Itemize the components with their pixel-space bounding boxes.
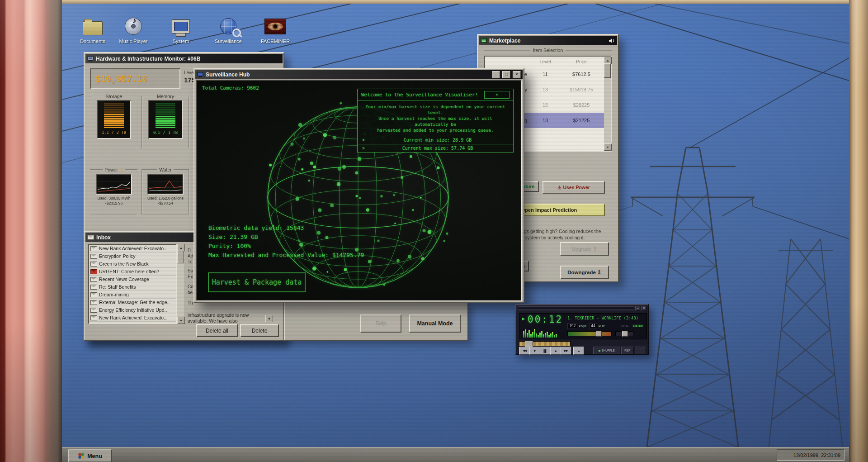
dialog-close-button[interactable]: ×	[484, 91, 509, 99]
close-icon[interactable]: ×	[513, 71, 521, 78]
reading-pane: Fr Ad To Su Ex Co be Th	[188, 247, 193, 306]
envelope-icon	[90, 315, 97, 320]
marketplace-titlebar[interactable]: Marketplace	[479, 36, 617, 45]
power-usage: Used: 380.35 MWh -$2312.96	[91, 196, 137, 206]
reading-pane-line: Co	[188, 284, 193, 290]
close-icon: ×	[495, 92, 498, 97]
max-size-value: Current max size: 57.74 GB	[374, 146, 513, 151]
list-item[interactable]: External Message: Get the edge..	[89, 299, 176, 306]
delete-button[interactable]: Delete	[240, 324, 279, 337]
repeat-button[interactable]: REP	[621, 347, 634, 354]
stop-icon[interactable]: ■	[550, 347, 561, 355]
balance-thumb[interactable]	[622, 331, 628, 337]
level-column-header: Level	[532, 59, 559, 64]
hardware-monitor-titlebar[interactable]: Hardware & Infrastructure Monitor: #06B	[85, 54, 283, 63]
scrollbar-thumb[interactable]	[604, 63, 611, 78]
reading-pane-line: Fr	[188, 247, 193, 253]
upgrade-button[interactable]: Upgrade ⇧	[560, 242, 609, 256]
message-subject: Encryption Policy	[99, 253, 136, 259]
list-item[interactable]: Recent News Coverage	[89, 276, 176, 283]
eject-icon[interactable]: ▲	[573, 347, 584, 355]
downgrade-button[interactable]: Downgrade ⇩	[560, 266, 609, 279]
seek-thumb[interactable]	[525, 341, 533, 347]
icon-label: Music Player	[113, 38, 153, 44]
pylon-tower-2	[767, 239, 844, 462]
marketplace-scrollbar[interactable]: ▲ ▼	[604, 57, 611, 151]
harvest-package-button[interactable]: Harvest & Package data	[208, 272, 306, 292]
window-title: Hardware & Infrastructure Monitor: #06B	[96, 56, 200, 62]
surveillance-titlebar[interactable]: Surveillance Hub _ □ ×	[195, 70, 523, 79]
item-selection-header: Item Selection	[484, 48, 612, 53]
scroll-up-icon[interactable]: ▲	[604, 57, 612, 64]
menu-button[interactable]: Menu	[68, 449, 112, 462]
list-item[interactable]: New Rank Achieved: Excavato...	[89, 245, 176, 252]
message-subject: URGENT: Come here often?	[99, 269, 159, 274]
pane-scroll-down-icon[interactable]: ▼	[265, 315, 273, 322]
player-minimize-icon[interactable]: –	[635, 306, 640, 311]
computer-icon	[172, 19, 190, 33]
music-note-icon: ♪	[132, 16, 137, 25]
balance-slider[interactable]	[615, 331, 633, 336]
next-track-icon[interactable]: ▶▶	[561, 347, 571, 355]
scroll-up-icon[interactable]: ▲	[177, 244, 185, 251]
warning-icon: ⚠	[119, 167, 123, 172]
reading-pane-line: To	[188, 259, 193, 265]
message-subject: Re: Staff Benefits	[99, 284, 136, 290]
camera-screen-icon	[197, 72, 203, 77]
previous-track-icon[interactable]: ◀◀	[519, 347, 530, 355]
eq-button[interactable]	[635, 347, 640, 354]
scroll-down-icon[interactable]: ▼	[177, 317, 185, 324]
pylon-bracing	[647, 194, 738, 447]
scroll-down-icon[interactable]: ▼	[604, 143, 612, 151]
mono-indicator: mono	[620, 324, 629, 328]
monitor-bezel-right	[849, 0, 868, 462]
skip-button[interactable]: Skip	[360, 314, 401, 333]
eye-icon	[264, 19, 286, 34]
desktop-icon-system[interactable]: System	[161, 16, 201, 44]
pause-icon[interactable]: ▌▌	[540, 347, 551, 355]
player-close-icon[interactable]: ×	[642, 306, 646, 311]
item-level: 15	[532, 102, 559, 108]
inbox-scrollbar[interactable]: ▲ ▼	[177, 244, 184, 324]
delete-all-button[interactable]: Delete all	[196, 324, 238, 337]
list-item[interactable]: Energy Efficiency Initiative Upd..	[89, 306, 176, 314]
play-icon[interactable]: ▶	[529, 347, 540, 355]
delete-label: Delete	[252, 328, 268, 334]
list-item[interactable]: URGENT: High Electricity Usage	[89, 322, 176, 324]
manual-mode-button[interactable]: Manual Mode	[409, 314, 461, 333]
dialog-body: Your min/max harvest size is dependent o…	[358, 100, 513, 136]
harvest-size: Size: 21.39 GB	[208, 233, 364, 242]
list-item[interactable]: Green is the New Black	[89, 260, 176, 268]
list-item[interactable]: URGENT: Come here often?	[89, 268, 176, 276]
power-graph	[96, 174, 132, 195]
shuffle-button[interactable]: SHUFFLE	[593, 347, 620, 354]
desktop-icon-documents[interactable]: Documents	[73, 16, 113, 44]
list-item[interactable]: Encryption Policy	[89, 252, 176, 260]
volume-thumb[interactable]	[596, 331, 602, 337]
list-item[interactable]: New Rank Achieved: Excavato...	[89, 314, 176, 322]
maximize-icon[interactable]: □	[502, 71, 510, 78]
seek-bar[interactable]	[519, 341, 571, 347]
playlist-button[interactable]	[641, 347, 646, 354]
scrollbar-thumb[interactable]	[177, 251, 184, 263]
desktop-icon-surveillance[interactable]: Surveillance	[208, 16, 248, 44]
desktop-icon-faceminer[interactable]: FACEMINER	[255, 16, 295, 44]
uses-power-button[interactable]: ⚠ Uses Power	[542, 181, 605, 194]
folder-icon	[83, 21, 103, 35]
speaker-icon[interactable]	[609, 38, 615, 43]
automation-panel: Skip Manual Mode	[284, 301, 468, 341]
list-item[interactable]: Dream-mining	[89, 291, 176, 299]
envelope-icon	[90, 308, 97, 313]
minimize-icon[interactable]: _	[492, 71, 500, 78]
urgent-envelope-icon	[90, 269, 97, 274]
water-group: Water Used: 1352.0 gallons -$278.54	[142, 167, 189, 215]
max-size-row: > Current max size: 57.74 GB	[358, 144, 513, 152]
volume-slider[interactable]	[567, 331, 612, 336]
memory-group: Memory 0.5 / 1 TB	[142, 94, 189, 149]
track-title[interactable]: 1. TEKRIDER - WORKLIFE (3:48)	[567, 316, 645, 321]
total-cameras: Total Cameras: 9602	[202, 85, 259, 91]
envelope-icon	[90, 285, 97, 290]
desktop-icon-music-player[interactable]: ♪ Music Player	[113, 16, 153, 44]
list-item[interactable]: Re: Staff Benefits	[89, 283, 176, 291]
player-titlebar[interactable]: – ×	[516, 305, 648, 311]
